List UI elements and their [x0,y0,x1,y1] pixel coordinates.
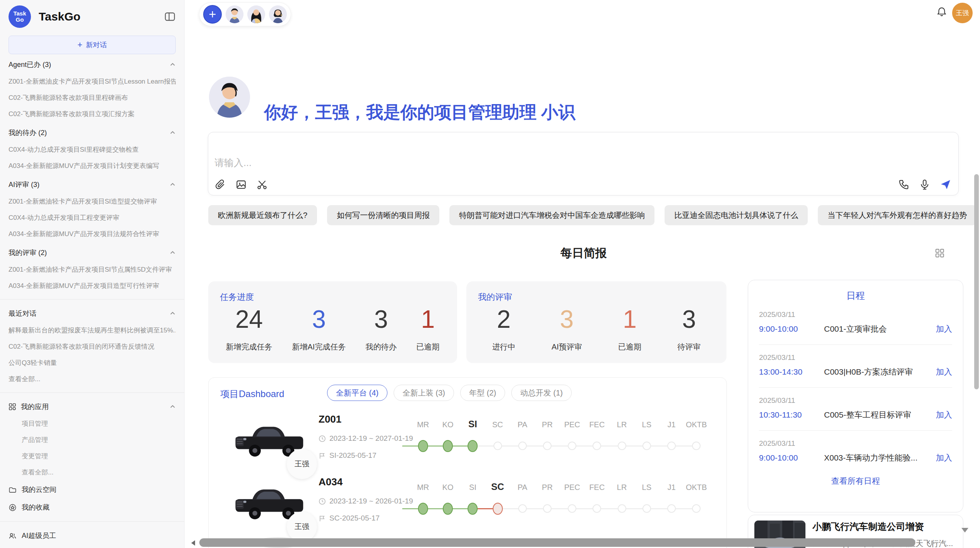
suggestion-chip[interactable]: 特朗普可能对进口汽车增税会对中国车企造成哪些影响 [449,205,654,225]
vscroll-down-arrow[interactable] [961,528,968,533]
sidebar-item-cloud-space[interactable]: 我的云空间 [9,481,176,498]
sidebar-app-item[interactable]: 变更管理 [9,448,176,464]
voice-call-icon[interactable] [898,179,910,190]
schedule-time: 9:00-10:00 [759,453,824,462]
milestone-label: J1 [667,483,675,492]
horizontal-scrollbar[interactable] [199,538,915,547]
join-button[interactable]: 加入 [936,409,952,420]
new-chat-button[interactable]: + 新对话 [9,36,176,54]
notification-bell-icon[interactable] [936,6,947,18]
divider [0,392,184,393]
sidebar-section-header[interactable]: AI评审 (3) [9,176,176,194]
sidebar-item-help-write[interactable]: 帮我写作 [9,545,176,548]
suggestion-chip[interactable]: 欧洲新规最近颁布了什么? [208,205,317,225]
join-button[interactable]: 加入 [936,452,952,463]
sidebar-section-header[interactable]: 最近对话 [9,305,176,322]
greeting-text: 你好，王强，我是你的项目管理助理 小识 [264,101,575,124]
attachment-icon[interactable] [214,179,226,190]
sidebar-list-item[interactable]: Z001-全新燃油轻卡产品开发项目SI造型提交物评审 [9,194,176,210]
sidebar-section-header[interactable]: 我的待办 (2) [9,124,176,142]
composer-left-tools [214,179,268,190]
chevron-up-icon[interactable] [170,130,176,136]
send-icon[interactable] [940,179,951,190]
view-all-schedule-link[interactable]: 查看所有日程 [759,476,952,486]
sidebar-list-item[interactable]: 公司Q3轻卡销量 [9,355,176,371]
agent-avatar-3[interactable] [269,5,287,23]
sidebar-list-item[interactable]: C02-飞腾新能源轻客改款项目里程碑画布 [9,90,176,106]
sidebar-toggle-icon[interactable] [164,11,176,22]
suggestion-chip[interactable]: 如何写一份清晰的项目周报 [327,205,439,225]
dashboard-tab[interactable]: 动总开发 (1) [511,385,572,401]
user-avatar[interactable]: 王强 [952,3,973,23]
my-review-card: 我的评审 2进行中3AI预评审1已逾期3待评审 [466,281,726,363]
ai-super-staff-label: AI超级员工 [22,531,56,540]
stat-label: 新增AI完成任务 [292,342,346,352]
screenshot-scissors-icon[interactable] [256,179,268,190]
section-label: AI评审 (3) [9,180,39,189]
suggestion-chip[interactable]: 比亚迪全固态电池计划具体说了什么 [665,205,808,225]
chevron-up-icon[interactable] [170,404,176,410]
chat-composer[interactable]: 请输入... [208,132,959,195]
milestone-label: SC [492,420,503,429]
schedule-date: 2025/03/11 [759,310,952,319]
sidebar-list-item[interactable]: Z001-全新燃油皮卡产品开发项目SI节点Lesson Learn报告 [9,74,176,90]
sidebar-list-item[interactable]: A034-全新新能源MUV产品开发项目法规符合性评审 [9,226,176,242]
add-agent-button[interactable] [203,5,222,24]
sidebar-list-item[interactable]: C02-飞腾新能源轻客改款项目的闭环通告反馈情况 [9,339,176,355]
stat: 2进行中 [492,307,516,352]
milestone-node [618,504,626,513]
chevron-up-icon[interactable] [170,250,176,256]
milestone-label: PR [542,420,553,429]
sidebar-item-ai-super-staff[interactable]: AI超级员工 [9,527,176,545]
dashboard-tab[interactable]: 全新上装 (3) [394,385,454,401]
dashboard-tabs: 全新平台 (4)全新上装 (3)年型 (2)动总开发 (1) [327,385,572,401]
agent-avatar-1[interactable] [226,5,243,23]
schedule-item: 2025/03/119:00-10:00C001-立项审批会加入 [759,302,952,344]
join-button[interactable]: 加入 [936,366,952,377]
project-dates-text: 2023-12-19 ~ 2027-01-19 [329,434,413,443]
project-dates: 2023-12-19 ~ 2027-01-19 [319,434,413,443]
schedule-event-title: C001-立项审批会 [824,324,936,334]
sidebar-list-item[interactable]: 查看全部... [9,371,176,387]
schedule-row: 9:00-10:00C001-立项审批会加入 [759,324,952,344]
sidebar-section-header[interactable]: 我的评审 (2) [9,244,176,262]
project-name: A034 [319,476,343,488]
chevron-up-icon[interactable] [170,62,176,68]
sidebar-item-favorites[interactable]: 我的收藏 [9,498,176,516]
join-button[interactable]: 加入 [936,324,952,334]
sidebar-list-item[interactable]: A034-全新新能源MUV产品开发项目计划变更表编写 [9,158,176,174]
layout-grid-icon[interactable] [934,248,945,259]
project-owner-badge: 王强 [287,512,317,542]
suggestion-chip[interactable]: 当下年轻人对汽车外观有怎样的喜好趋势 [818,205,977,225]
chevron-up-icon[interactable] [170,310,176,317]
sidebar-list-item[interactable]: C0X4-动力总成开发项目工程变更评审 [9,210,176,226]
taskgo-app: Task Go TaskGo + 新对话 Agent已办 (3)Z001-全新燃… [0,0,980,548]
app-logo: Task Go [9,5,31,28]
dashboard-tab[interactable]: 全新平台 (4) [327,385,387,401]
milestone-label: PA [517,420,527,429]
sidebar-app-item[interactable]: 项目管理 [9,416,176,432]
chevron-up-icon[interactable] [170,182,176,188]
hscroll-left-arrow[interactable] [191,540,195,546]
sidebar-app-item[interactable]: 查看全部... [9,464,176,481]
sidebar-item-my-apps[interactable]: 我的应用 [9,398,176,416]
milestone-label: LS [642,420,651,429]
sidebar-list-item[interactable]: A034-全新新能源MUV产品开发项目造型可行性评审 [9,278,176,294]
sidebar-list-item[interactable]: Z001-全新燃油轻卡产品开发项目SI节点属性5D文件评审 [9,262,176,278]
favorites-label: 我的收藏 [22,503,50,512]
sidebar-list-item[interactable]: C0X4-动力总成开发项目SI里程碑提交物检查 [9,142,176,158]
microphone-icon[interactable] [919,179,930,190]
agent-avatar-2[interactable] [247,5,265,23]
vertical-scrollbar[interactable] [974,174,979,389]
schedule-event-title: C003|H0B-方案冻结评审 [824,366,936,377]
sidebar-app-item[interactable]: 产品管理 [9,432,176,448]
sidebar-list-item[interactable]: C02-飞腾新能源轻客改款项目立项汇报方案 [9,106,176,122]
hscroll-right-arrow[interactable] [931,540,935,546]
sidebar-apps-list: 项目管理产品管理变更管理查看全部... [9,416,176,481]
image-upload-icon[interactable] [235,179,247,190]
sidebar-list-item[interactable]: 解释最新出台的欧盟报废车法规再生塑料比例被调至15%... [9,322,176,339]
stat-value: 24 [226,307,272,332]
milestone-node [642,442,651,450]
sidebar-section-header[interactable]: Agent已办 (3) [9,56,176,74]
dashboard-tab[interactable]: 年型 (2) [460,385,505,401]
